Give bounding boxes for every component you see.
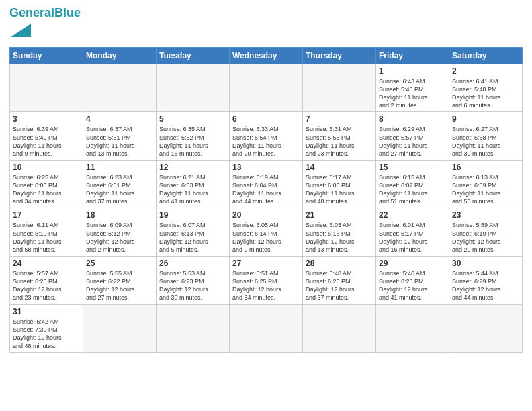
calendar-cell: 19Sunrise: 6:07 AM Sunset: 6:13 PM Dayli… [157, 208, 230, 257]
calendar-cell: 28Sunrise: 5:48 AM Sunset: 6:26 PM Dayli… [303, 257, 376, 305]
calendar-cell [10, 64, 83, 112]
calendar-row-1: 3Sunrise: 6:39 AM Sunset: 5:49 PM Daylig… [10, 112, 523, 161]
calendar-cell [83, 64, 157, 112]
calendar-cell: 21Sunrise: 6:03 AM Sunset: 6:16 PM Dayli… [303, 208, 376, 257]
day-number: 26 [159, 259, 226, 268]
weekday-header-thursday: Thursday [303, 47, 376, 64]
day-number: 8 [379, 114, 446, 124]
day-number: 19 [159, 210, 226, 220]
calendar-cell: 3Sunrise: 6:39 AM Sunset: 5:49 PM Daylig… [10, 112, 83, 161]
calendar-cell: 16Sunrise: 6:13 AM Sunset: 6:09 PM Dayli… [449, 160, 523, 208]
calendar-cell [230, 64, 303, 112]
calendar-cell: 29Sunrise: 5:46 AM Sunset: 6:28 PM Dayli… [376, 257, 449, 305]
day-number: 6 [232, 114, 300, 124]
day-info: Sunrise: 6:01 AM Sunset: 6:17 PM Dayligh… [379, 221, 446, 254]
calendar-cell: 4Sunrise: 6:37 AM Sunset: 5:51 PM Daylig… [83, 112, 157, 161]
day-number: 28 [306, 259, 373, 268]
calendar-cell: 17Sunrise: 6:11 AM Sunset: 6:10 PM Dayli… [10, 208, 83, 257]
day-info: Sunrise: 6:42 AM Sunset: 7:30 PM Dayligh… [13, 318, 80, 351]
day-number: 9 [452, 114, 519, 124]
day-info: Sunrise: 6:21 AM Sunset: 6:03 PM Dayligh… [159, 173, 226, 206]
calendar-cell: 22Sunrise: 6:01 AM Sunset: 6:17 PM Dayli… [376, 208, 449, 257]
day-info: Sunrise: 6:27 AM Sunset: 5:58 PM Dayligh… [452, 125, 519, 158]
calendar-cell [157, 304, 230, 353]
day-info: Sunrise: 5:51 AM Sunset: 6:25 PM Dayligh… [232, 269, 300, 302]
day-number: 5 [159, 114, 226, 124]
day-number: 4 [86, 114, 153, 124]
day-number: 7 [306, 114, 373, 124]
day-info: Sunrise: 6:41 AM Sunset: 5:48 PM Dayligh… [452, 77, 519, 110]
day-number: 10 [13, 163, 80, 172]
day-info: Sunrise: 6:33 AM Sunset: 5:54 PM Dayligh… [232, 125, 300, 158]
logo-text: GeneralBlue [9, 7, 81, 20]
calendar-cell: 11Sunrise: 6:23 AM Sunset: 6:01 PM Dayli… [83, 160, 157, 208]
weekday-header-sunday: Sunday [10, 47, 83, 64]
weekday-header-wednesday: Wednesday [230, 47, 303, 64]
calendar-cell [376, 304, 449, 353]
day-number: 1 [379, 66, 446, 76]
day-info: Sunrise: 5:46 AM Sunset: 6:28 PM Dayligh… [379, 269, 446, 302]
day-number: 25 [86, 259, 153, 268]
calendar-row-2: 10Sunrise: 6:25 AM Sunset: 6:00 PM Dayli… [10, 160, 523, 208]
calendar-cell [157, 64, 230, 112]
day-number: 27 [232, 259, 300, 268]
calendar-table: SundayMondayTuesdayWednesdayThursdayFrid… [9, 47, 523, 353]
calendar-cell: 9Sunrise: 6:27 AM Sunset: 5:58 PM Daylig… [449, 112, 523, 161]
calendar-cell: 5Sunrise: 6:35 AM Sunset: 5:52 PM Daylig… [157, 112, 230, 161]
calendar-cell: 30Sunrise: 5:44 AM Sunset: 6:29 PM Dayli… [449, 257, 523, 305]
day-number: 24 [13, 259, 80, 268]
day-number: 23 [452, 210, 519, 220]
calendar-cell: 8Sunrise: 6:29 AM Sunset: 5:57 PM Daylig… [376, 112, 449, 161]
weekday-header-saturday: Saturday [449, 47, 523, 64]
day-info: Sunrise: 6:39 AM Sunset: 5:49 PM Dayligh… [13, 125, 80, 158]
svg-marker-0 [11, 24, 31, 37]
day-number: 15 [379, 163, 446, 172]
day-info: Sunrise: 5:59 AM Sunset: 6:19 PM Dayligh… [452, 221, 519, 254]
day-number: 30 [452, 259, 519, 268]
calendar-cell [303, 64, 376, 112]
day-info: Sunrise: 6:31 AM Sunset: 5:55 PM Dayligh… [306, 125, 373, 158]
logo-general: General [9, 6, 54, 19]
day-info: Sunrise: 6:35 AM Sunset: 5:52 PM Dayligh… [159, 125, 226, 158]
day-info: Sunrise: 6:05 AM Sunset: 6:14 PM Dayligh… [232, 221, 300, 254]
calendar-cell: 14Sunrise: 6:17 AM Sunset: 6:06 PM Dayli… [303, 160, 376, 208]
day-number: 20 [232, 210, 300, 220]
weekday-header-tuesday: Tuesday [157, 47, 230, 64]
calendar-cell: 10Sunrise: 6:25 AM Sunset: 6:00 PM Dayli… [10, 160, 83, 208]
weekday-header-friday: Friday [376, 47, 449, 64]
calendar-cell: 24Sunrise: 5:57 AM Sunset: 6:20 PM Dayli… [10, 257, 83, 305]
day-number: 3 [13, 114, 80, 124]
day-info: Sunrise: 6:19 AM Sunset: 6:04 PM Dayligh… [232, 173, 300, 206]
calendar-cell [449, 304, 523, 353]
day-number: 18 [86, 210, 153, 220]
day-info: Sunrise: 6:03 AM Sunset: 6:16 PM Dayligh… [306, 221, 373, 254]
calendar-cell: 23Sunrise: 5:59 AM Sunset: 6:19 PM Dayli… [449, 208, 523, 257]
day-info: Sunrise: 5:57 AM Sunset: 6:20 PM Dayligh… [13, 269, 80, 302]
day-number: 16 [452, 163, 519, 172]
calendar-cell: 15Sunrise: 6:15 AM Sunset: 6:07 PM Dayli… [376, 160, 449, 208]
calendar-cell: 12Sunrise: 6:21 AM Sunset: 6:03 PM Dayli… [157, 160, 230, 208]
calendar-row-5: 31Sunrise: 6:42 AM Sunset: 7:30 PM Dayli… [10, 304, 523, 353]
day-number: 11 [86, 163, 153, 172]
logo-icon [11, 20, 31, 40]
day-info: Sunrise: 6:37 AM Sunset: 5:51 PM Dayligh… [86, 125, 153, 158]
day-number: 22 [379, 210, 446, 220]
day-info: Sunrise: 6:29 AM Sunset: 5:57 PM Dayligh… [379, 125, 446, 158]
calendar-cell: 25Sunrise: 5:55 AM Sunset: 6:22 PM Dayli… [83, 257, 157, 305]
calendar-cell: 31Sunrise: 6:42 AM Sunset: 7:30 PM Dayli… [10, 304, 83, 353]
calendar-row-3: 17Sunrise: 6:11 AM Sunset: 6:10 PM Dayli… [10, 208, 523, 257]
logo-blue: Blue [54, 6, 81, 19]
day-info: Sunrise: 5:48 AM Sunset: 6:26 PM Dayligh… [306, 269, 373, 302]
day-info: Sunrise: 6:25 AM Sunset: 6:00 PM Dayligh… [13, 173, 80, 206]
day-info: Sunrise: 5:44 AM Sunset: 6:29 PM Dayligh… [452, 269, 519, 302]
day-info: Sunrise: 5:53 AM Sunset: 6:23 PM Dayligh… [159, 269, 226, 302]
day-number: 13 [232, 163, 300, 172]
day-info: Sunrise: 5:55 AM Sunset: 6:22 PM Dayligh… [86, 269, 153, 302]
day-info: Sunrise: 6:07 AM Sunset: 6:13 PM Dayligh… [159, 221, 226, 254]
calendar-row-4: 24Sunrise: 5:57 AM Sunset: 6:20 PM Dayli… [10, 257, 523, 305]
day-info: Sunrise: 6:13 AM Sunset: 6:09 PM Dayligh… [452, 173, 519, 206]
day-number: 2 [452, 66, 519, 76]
calendar-cell: 26Sunrise: 5:53 AM Sunset: 6:23 PM Dayli… [157, 257, 230, 305]
day-number: 29 [379, 259, 446, 268]
calendar-cell: 2Sunrise: 6:41 AM Sunset: 5:48 PM Daylig… [449, 64, 523, 112]
